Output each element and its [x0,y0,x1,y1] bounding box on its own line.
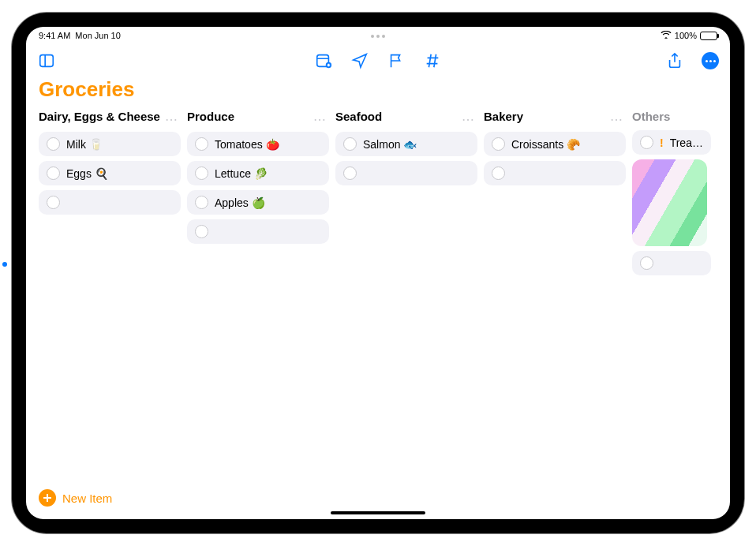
reminder-text: Lettuce 🥬 [215,167,268,180]
section-title: Dairy, Eggs & Cheese [39,110,160,124]
complete-radio[interactable] [492,166,505,180]
reminder-text: Croissants 🥐 [511,138,580,151]
reminder-item[interactable]: Apples 🍏 [187,190,329,215]
flag-icon[interactable] [387,51,406,70]
section-title: Others [632,110,670,124]
svg-point-16 [323,119,324,121]
complete-radio[interactable] [640,256,653,270]
complete-radio[interactable] [47,137,60,151]
complete-radio[interactable] [640,136,653,149]
section-others: Others ! Treats for t [632,105,711,481]
svg-line-9 [429,54,431,68]
status-left: 9:41 AM Mon Jun 10 [39,31,121,40]
priority-badge: ! [660,136,664,149]
complete-radio[interactable] [195,166,208,180]
reminder-item[interactable]: Milk 🥛 [39,132,181,156]
toolbar [26,44,730,77]
complete-radio[interactable] [195,225,208,238]
reminder-item[interactable]: Salmon 🐟 [335,132,477,156]
reminder-item-empty[interactable] [187,219,329,244]
complete-radio[interactable] [47,196,60,209]
complete-radio[interactable] [195,196,208,209]
section-title: Seafood [335,110,382,124]
reminder-text: Treats for t [670,136,703,149]
reminder-item-empty[interactable] [39,190,181,215]
section-menu-icon[interactable] [313,110,326,125]
reminder-item[interactable]: Lettuce 🥬 [187,161,329,185]
complete-radio[interactable] [47,166,60,180]
status-right: 100% [661,31,717,40]
battery-percent: 100% [675,31,697,40]
svg-point-15 [319,119,320,121]
section-bakery: Bakery Croissants 🥐 [484,105,626,481]
section-menu-icon[interactable] [165,110,178,125]
status-time: 9:41 AM [39,31,70,40]
section-seafood: Seafood Salmon 🐟 [335,105,477,481]
new-item-label: New Item [62,492,112,505]
side-indicator-dot [2,262,7,267]
reminder-item[interactable]: ! Treats for t [632,130,711,155]
section-dairy-eggs-cheese: Dairy, Eggs & Cheese Milk 🥛 Eggs 🍳 [39,105,181,481]
svg-point-13 [174,119,176,121]
sidebar-toggle-icon[interactable] [37,51,56,70]
reminder-item-empty[interactable] [632,251,711,275]
board: Dairy, Eggs & Cheese Milk 🥛 Eggs 🍳 [26,105,730,481]
home-indicator[interactable] [331,511,425,514]
reminder-text: Tomatoes 🍅 [215,138,279,151]
reminder-item[interactable]: Eggs 🍳 [39,161,181,185]
reminder-item-empty[interactable] [335,161,477,185]
section-menu-icon[interactable] [610,110,623,125]
battery-icon [700,32,717,40]
list-title: Groceries [39,77,717,102]
reminder-text: Salmon 🐟 [363,138,417,151]
more-icon[interactable] [702,52,719,69]
reminder-item[interactable]: Croissants 🥐 [484,132,626,156]
section-title: Produce [187,110,234,124]
complete-radio[interactable] [195,137,208,151]
share-icon[interactable] [665,51,684,70]
reminder-item[interactable]: Tomatoes 🍅 [187,132,329,156]
svg-point-17 [463,119,465,121]
wifi-icon [661,31,672,40]
plus-circle-icon [39,489,56,507]
svg-point-22 [619,119,621,121]
columns: Dairy, Eggs & Cheese Milk 🥛 Eggs 🍳 [39,105,730,481]
svg-point-21 [616,119,617,121]
screen: 9:41 AM Mon Jun 10 100% [26,27,730,519]
attachment-thumbnail[interactable] [632,159,707,246]
section-menu-icon[interactable] [462,110,474,125]
reminder-text: Apples 🍏 [215,196,265,209]
complete-radio[interactable] [343,137,357,151]
calendar-add-icon[interactable] [314,51,333,70]
reminder-text: Eggs 🍳 [66,167,108,180]
status-date: Mon Jun 10 [75,31,120,40]
svg-rect-0 [40,55,54,67]
reminder-item-empty[interactable] [484,161,626,185]
svg-point-12 [170,119,172,121]
section-produce: Produce Tomatoes 🍅 Lettuce 🥬 [187,105,329,481]
list-title-row: Groceries [26,77,730,105]
section-title: Bakery [484,110,523,124]
hashtag-icon[interactable] [423,51,442,70]
svg-point-11 [167,119,168,121]
complete-radio[interactable] [492,137,505,151]
svg-point-14 [315,119,316,121]
svg-point-18 [467,119,469,121]
svg-point-20 [612,119,613,121]
svg-line-10 [434,54,436,68]
complete-radio[interactable] [343,166,357,180]
reminder-text: Milk 🥛 [66,138,103,151]
ipad-bezel: 9:41 AM Mon Jun 10 100% [12,13,744,533]
multitasking-dots-icon[interactable] [371,35,385,38]
svg-point-19 [471,119,473,121]
location-icon[interactable] [350,51,369,70]
ipad-device: 9:41 AM Mon Jun 10 100% [0,0,756,546]
new-item-button[interactable]: New Item [39,489,112,507]
